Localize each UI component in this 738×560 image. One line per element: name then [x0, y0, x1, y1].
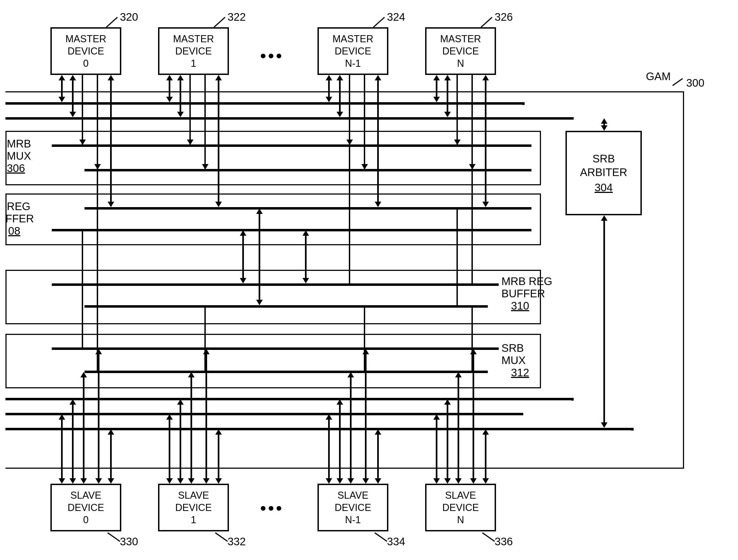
m1-ref: 322: [228, 11, 246, 23]
reg-ffer-container: [5, 193, 541, 245]
master3-l1: MASTER: [440, 33, 481, 45]
botbus1-bend: [571, 398, 574, 401]
master-device-1: MASTER DEVICE 1: [158, 27, 229, 75]
master-ellipsis: •••: [260, 46, 284, 65]
s1-a4: [203, 349, 210, 484]
mid-v4: [349, 144, 350, 284]
mid-a2: [256, 208, 263, 305]
m2-a5: [375, 75, 381, 207]
m0-v-mid1: [97, 169, 98, 305]
diagram-canvas: GAM 300 MASTER DEVICE 0 320 MASTER DEVIC…: [5, 5, 738, 560]
m0-a2: [69, 75, 76, 117]
bend1: [571, 117, 574, 120]
reg-ffer-l2: FFER: [5, 212, 34, 225]
srb-mux-l2: MUX: [501, 354, 526, 367]
s3-a3: [455, 372, 462, 484]
s0-a4: [95, 349, 102, 484]
slave1-l2: DEVICE: [175, 501, 212, 514]
gam-bottom-line: [5, 468, 684, 469]
m1-a4d: [202, 164, 209, 169]
srb-mux-inner-2: [84, 371, 488, 373]
reg-ffer-inner-1: [84, 207, 531, 209]
gam-label: GAM: [646, 70, 671, 83]
m3-a4d: [469, 164, 475, 169]
m1-callout: [214, 17, 226, 28]
mrb-reg-buf-l1: MRB REG: [501, 275, 552, 288]
m3-a2: [444, 75, 451, 117]
mrb-reg-buf-inner-2: [84, 305, 488, 308]
m0-v4: [97, 75, 98, 169]
m1-v3: [190, 75, 191, 144]
gam-ref: 300: [686, 77, 705, 89]
s1-ref: 332: [228, 535, 246, 548]
mrb-mux-ref: 306: [7, 162, 25, 174]
mid-a1: [240, 230, 246, 284]
mrb-reg-buf-inner-1: [52, 284, 499, 286]
m2-a1: [326, 75, 332, 102]
m3-callout: [481, 17, 493, 28]
s3-a1: [433, 414, 440, 484]
m3-v3: [456, 75, 458, 144]
mrb-reg-buf-l2: BUFFER: [501, 288, 545, 300]
m2-a2: [337, 75, 343, 117]
slave-device-0: SLAVE DEVICE 0: [50, 484, 121, 531]
m0-a3d: [79, 139, 86, 145]
mid-v6: [471, 169, 473, 284]
mid-v5: [456, 207, 458, 305]
master0-l1: MASTER: [65, 33, 106, 45]
reg-ffer-ref: 08: [8, 225, 20, 237]
s1-a2: [177, 399, 184, 484]
m0-a4d: [94, 164, 101, 169]
s3-callout: [482, 532, 495, 542]
m2-a3d: [346, 139, 353, 145]
s2-a4: [362, 349, 369, 484]
slave1-l1: SLAVE: [178, 489, 209, 501]
slave0-l2: DEVICE: [68, 501, 104, 514]
slave-device-n: SLAVE DEVICE N: [425, 484, 496, 531]
s2-callout: [374, 532, 387, 542]
m1-a5: [215, 75, 222, 207]
master0-l3: 0: [83, 57, 88, 69]
m2-v3: [349, 75, 350, 144]
master1-l3: 1: [191, 57, 196, 69]
m1-a1: [166, 75, 173, 102]
s3-a5: [482, 429, 489, 484]
srb-mux-ref: 312: [511, 367, 529, 379]
m0-v3: [82, 75, 83, 144]
s0-a1: [59, 414, 65, 484]
s0-a5: [108, 429, 114, 484]
srb-mux-l1: SRB: [501, 342, 524, 354]
master-device-n-1: MASTER DEVICE N-1: [318, 27, 388, 75]
m2-ref: 324: [387, 11, 405, 23]
master3-l2: DEVICE: [442, 45, 479, 57]
master0-l2: DEVICE: [68, 45, 104, 57]
s2-a2: [337, 399, 343, 484]
s3-a4: [470, 349, 477, 484]
m3-a5: [482, 75, 489, 207]
s0-a2: [69, 399, 76, 484]
reg-ffer-inner-2: [52, 229, 531, 231]
bus1-bend: [522, 102, 524, 105]
slave3-l1: SLAVE: [445, 489, 476, 501]
m3-v4: [471, 75, 473, 169]
master2-l3: N-1: [345, 57, 361, 69]
m2-a4d: [361, 164, 368, 169]
gam-callout: [672, 78, 683, 86]
arb-ref: 304: [595, 181, 613, 194]
master-device-0: MASTER DEVICE 0: [50, 27, 121, 75]
slave-device-1: SLAVE DEVICE 1: [158, 484, 229, 531]
s1-a1: [166, 414, 173, 484]
mrb-reg-buf-ref: 310: [511, 300, 529, 312]
slave0-l3: 0: [83, 514, 88, 526]
m2-v4: [364, 75, 365, 169]
arb-bot-conn: [601, 215, 608, 428]
m3-a1: [433, 75, 440, 102]
s0-ref: 330: [120, 535, 138, 548]
bot-bus-1: [5, 398, 572, 400]
master2-l2: DEVICE: [335, 45, 371, 57]
s1-a5: [215, 429, 222, 484]
s0-callout: [107, 532, 120, 542]
master-device-n: MASTER DEVICE N: [425, 27, 496, 75]
m2-callout: [373, 17, 385, 28]
slave3-l3: N: [457, 514, 464, 526]
